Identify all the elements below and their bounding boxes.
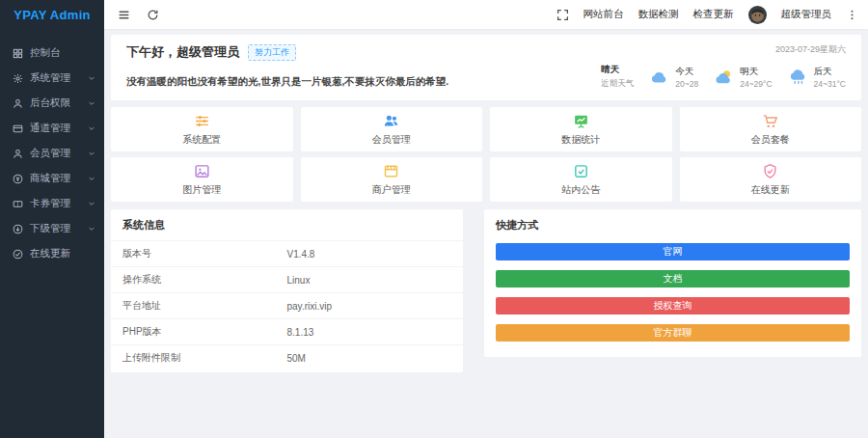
users-icon [383, 113, 399, 129]
topbar-left [118, 9, 159, 21]
topbar: 网站前台 数据检测 检查更新 超级管理员 [104, 0, 868, 29]
quick-links-panel: 快捷方式 官网 文档 授权查询 官方群聊 [484, 209, 861, 357]
sidebar-nav: 控制台 系统管理 后台权限 通道管理 会员管理 [0, 31, 104, 266]
app-logo: YPAY Admin [0, 0, 104, 31]
link-data-monitor[interactable]: 数据检测 [638, 8, 679, 21]
weather-today: 今天 20~28 [649, 66, 698, 89]
panel-title: 快捷方式 [484, 209, 861, 240]
sidebar-item-label: 后台权限 [30, 96, 88, 110]
refresh-icon[interactable] [147, 9, 159, 21]
shortcut-label: 图片管理 [182, 183, 221, 197]
sidebar-item-label: 下级管理 [30, 222, 88, 235]
info-row-os: 操作系统 Linux [111, 266, 463, 292]
sidebar-item-label: 在线更新 [30, 247, 95, 260]
shortcut-grid: 系统配置 会员管理 数据统计 会员套餐 图片管理 [111, 107, 861, 202]
status-badge: 努力工作 [248, 44, 296, 61]
user-icon [13, 149, 23, 159]
shortcut-label: 数据统计 [561, 133, 600, 147]
avatar[interactable] [748, 6, 767, 24]
weather-condition: 晴天 [601, 64, 634, 76]
shortcut-label: 商户管理 [372, 183, 411, 197]
window-icon [383, 163, 399, 179]
shortcut-system-config[interactable]: 系统配置 [111, 107, 293, 151]
quick-links-buttons: 官网 文档 授权查询 官方群聊 [484, 240, 861, 355]
info-row-version: 版本号 V1.4.8 [111, 240, 463, 266]
shortcut-label: 系统配置 [182, 133, 221, 147]
user-icon [13, 98, 23, 109]
sidebar-item-label: 卡券管理 [30, 197, 88, 210]
shortcut-online-update[interactable]: 在线更新 [680, 157, 862, 202]
shortcut-label: 会员管理 [372, 133, 411, 147]
sidebar-item-label: 商城管理 [30, 172, 88, 185]
check-square-icon [573, 163, 589, 179]
license-query-button[interactable]: 授权查询 [496, 297, 850, 315]
shortcut-label: 站内公告 [561, 183, 600, 197]
shortcut-label: 会员套餐 [751, 133, 790, 147]
chevron-down-icon [88, 200, 95, 207]
sidebar-item-label: 控制台 [30, 46, 95, 60]
panel-title: 系统信息 [111, 209, 463, 240]
sidebar-item-subordinates[interactable]: 下级管理 [0, 216, 104, 241]
shortcut-member-packages[interactable]: 会员套餐 [680, 107, 862, 151]
card-icon [13, 123, 23, 134]
gear-icon [13, 73, 23, 84]
main-area: 网站前台 数据检测 检查更新 超级管理员 下午好，超级管理员 努力工作 没有温暖… [104, 0, 868, 438]
chevron-down-icon [88, 124, 95, 132]
weather-caption: 近期天气 [601, 78, 634, 90]
shortcut-data-statistics[interactable]: 数据统计 [490, 107, 672, 151]
topbar-right: 网站前台 数据检测 检查更新 超级管理员 [556, 6, 859, 24]
hamburger-menu-icon[interactable] [118, 9, 130, 21]
link-check-update[interactable]: 检查更新 [693, 8, 734, 21]
chevron-down-icon [88, 99, 95, 107]
welcome-right: 2023-07-29星期六 晴天 近期天气 今天 20~28 [601, 43, 846, 90]
shortcut-image-management[interactable]: 图片管理 [111, 157, 293, 202]
docs-button[interactable]: 文档 [496, 270, 850, 287]
current-date: 2023-07-29星期六 [775, 43, 846, 56]
bottom-panels: 系统信息 版本号 V1.4.8 操作系统 Linux 平台地址 pay.rixi… [111, 209, 861, 372]
shortcut-label: 在线更新 [751, 183, 790, 197]
rain-cloud-icon [788, 68, 809, 86]
fullscreen-icon[interactable] [556, 9, 569, 21]
check-circle-icon [13, 249, 23, 260]
system-info-panel: 系统信息 版本号 V1.4.8 操作系统 Linux 平台地址 pay.rixi… [111, 209, 463, 372]
shortcut-merchant-management[interactable]: 商户管理 [301, 157, 483, 202]
dashboard-icon [13, 48, 23, 59]
ticket-icon [13, 199, 23, 209]
official-group-button[interactable]: 官方群聊 [496, 324, 850, 342]
sidebar-item-online-update[interactable]: 在线更新 [0, 241, 104, 266]
sidebar: YPAY Admin 控制台 系统管理 后台权限 通道管理 [0, 0, 104, 438]
chart-board-icon [573, 113, 589, 129]
image-icon [194, 163, 210, 179]
weather-tomorrow: 明天 24~29°C [714, 66, 772, 89]
sidebar-item-system[interactable]: 系统管理 [0, 66, 104, 91]
content: 下午好，超级管理员 努力工作 没有温暖的阳也没有希望的光,世界只是一片银葱,不要… [104, 29, 868, 372]
sidebar-item-label: 会员管理 [30, 147, 88, 160]
welcome-left: 下午好，超级管理员 努力工作 没有温暖的阳也没有希望的光,世界只是一片银葱,不要… [126, 43, 448, 90]
link-site-front[interactable]: 网站前台 [583, 8, 624, 21]
sidebar-item-mall[interactable]: 商城管理 [0, 166, 104, 191]
sliders-icon [194, 113, 210, 129]
app-window: YPAY Admin 控制台 系统管理 后台权限 通道管理 [0, 0, 868, 438]
weather-summary: 晴天 近期天气 [601, 64, 634, 90]
info-row-upload-limit: 上传附件限制 50M [111, 344, 463, 370]
welcome-card: 下午好，超级管理员 努力工作 没有温暖的阳也没有希望的光,世界只是一片银葱,不要… [111, 35, 861, 100]
chevron-down-icon [88, 150, 95, 157]
cloud-icon [649, 68, 670, 86]
chevron-down-icon [88, 74, 95, 82]
shield-check-icon [762, 163, 778, 179]
shortcut-site-announcement[interactable]: 站内公告 [490, 157, 672, 202]
sidebar-item-permissions[interactable]: 后台权限 [0, 91, 104, 116]
cart-icon [762, 113, 778, 129]
greeting-text: 下午好，超级管理员 [126, 43, 239, 61]
daily-quote: 没有温暖的阳也没有希望的光,世界只是一片银葱,不要抹灭你最后的希望. [126, 75, 448, 89]
sidebar-item-cards[interactable]: 卡券管理 [0, 191, 104, 216]
info-row-domain: 平台地址 pay.rixi.vip [111, 292, 463, 318]
current-user[interactable]: 超级管理员 [781, 8, 832, 21]
sidebar-item-members[interactable]: 会员管理 [0, 141, 104, 166]
official-site-button[interactable]: 官网 [496, 243, 850, 260]
more-vertical-icon[interactable] [846, 9, 858, 21]
weather-widget: 晴天 近期天气 今天 20~28 [601, 64, 846, 90]
shortcut-member-management[interactable]: 会员管理 [301, 107, 483, 151]
sidebar-item-dashboard[interactable]: 控制台 [0, 41, 104, 66]
sidebar-item-channels[interactable]: 通道管理 [0, 116, 104, 141]
